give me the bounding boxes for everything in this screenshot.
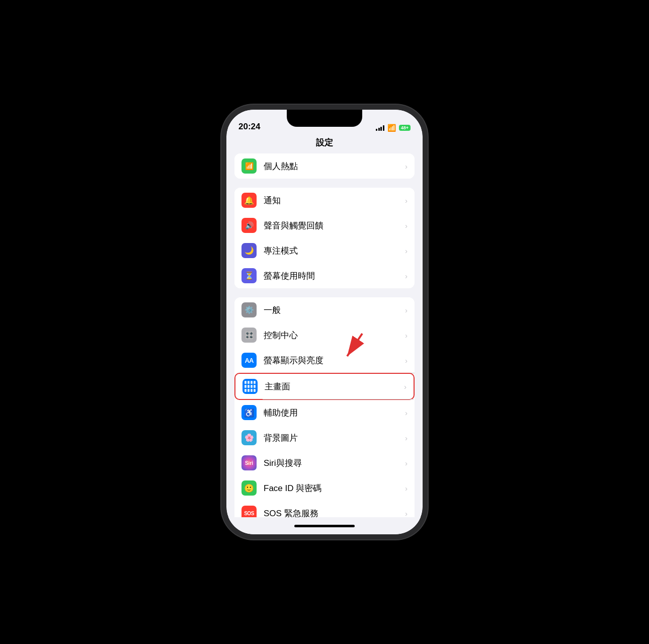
battery-indicator: 48+ [399,125,411,131]
accessibility-label: 輔助使用 [264,407,402,419]
status-icons: 📶 48+ [376,124,411,132]
chevron-icon: › [405,509,408,518]
chevron-icon: › [405,356,408,365]
phone-screen: 20:24 📶 48+ 設定 [226,110,423,534]
section-general: ⚙️ 一般 › 🎛️ 控制中心 › [226,297,423,517]
section-personal-hotspot: 📶 個人熱點 › [226,153,423,179]
sos-icon: SOS [241,506,257,517]
sounds-label: 聲音與觸覺回饋 [264,220,402,231]
notch [287,110,362,127]
siri-label: Siri與搜尋 [264,457,402,469]
general-icon: ⚙️ [241,302,257,317]
chevron-icon: › [405,196,408,205]
focus-label: 專注模式 [264,245,402,257]
chevron-icon: › [405,272,408,280]
settings-scroll[interactable]: 📶 個人熱點 › 🔔 通知 › [226,153,423,517]
chevron-icon: › [405,484,408,493]
sos-label: SOS 緊急服務 [264,508,402,518]
row-home-screen[interactable]: 主畫面 › [234,373,415,400]
row-siri[interactable]: Siri Siri與搜尋 › [234,450,415,475]
wifi-icon: 📶 [387,124,396,132]
focus-icon: 🌙 [241,243,257,258]
general-label: 一般 [264,304,402,316]
face-id-icon: 🙂 [241,480,257,496]
row-control-center[interactable]: 🎛️ 控制中心 › [234,323,415,348]
home-screen-label: 主畫面 [265,381,401,392]
screen-time-icon: ⏳ [241,268,257,283]
row-notifications[interactable]: 🔔 通知 › [234,188,415,213]
chevron-icon: › [405,306,408,314]
row-wallpaper[interactable]: 🌸 背景圖片 › [234,425,415,450]
row-screen-time[interactable]: ⏳ 螢幕使用時間 › [234,263,415,288]
display-icon: AA [241,353,257,368]
signal-icon [376,125,384,131]
wallpaper-label: 背景圖片 [264,432,402,444]
row-accessibility[interactable]: ♿ 輔助使用 › [234,400,415,425]
wallpaper-icon: 🌸 [241,430,257,445]
nav-bar: 設定 [226,135,423,153]
row-focus[interactable]: 🌙 專注模式 › [234,238,415,263]
row-personal-hotspot[interactable]: 📶 個人熱點 › [234,153,415,179]
home-indicator[interactable] [226,517,423,534]
row-sos[interactable]: SOS SOS 緊急服務 › [234,501,415,517]
row-display[interactable]: AA 螢幕顯示與亮度 › [234,348,415,373]
personal-hotspot-label: 個人熱點 [264,160,402,172]
chevron-icon: › [405,459,408,467]
chevron-icon: › [405,434,408,442]
screen-time-label: 螢幕使用時間 [264,270,402,282]
chevron-icon: › [404,382,407,391]
row-sounds[interactable]: 🔊 聲音與觸覺回饋 › [234,213,415,238]
section-notifications: 🔔 通知 › 🔊 聲音與觸覺回饋 › [226,188,423,288]
settings-list-notifications: 🔔 通知 › 🔊 聲音與觸覺回饋 › [234,188,415,288]
chevron-icon: › [405,247,408,255]
display-label: 螢幕顯示與亮度 [264,355,402,366]
face-id-label: Face ID 與密碼 [264,482,402,494]
status-time: 20:24 [238,122,260,132]
accessibility-icon: ♿ [241,405,257,420]
row-face-id[interactable]: 🙂 Face ID 與密碼 › [234,475,415,501]
sounds-icon: 🔊 [241,218,257,233]
row-general[interactable]: ⚙️ 一般 › [234,297,415,323]
personal-hotspot-icon: 📶 [241,158,257,174]
home-bar [294,525,355,527]
chevron-icon: › [405,331,408,340]
home-screen-icon [242,379,258,394]
chevron-icon: › [405,409,408,417]
nav-title: 設定 [316,138,333,147]
settings-list-general: ⚙️ 一般 › 🎛️ 控制中心 › [234,297,415,517]
chevron-icon: › [405,162,408,171]
siri-icon: Siri [241,455,257,470]
control-center-label: 控制中心 [264,330,402,341]
phone-frame: 20:24 📶 48+ 設定 [226,110,423,534]
chevron-icon: › [405,221,408,230]
notifications-icon: 🔔 [241,193,257,208]
notifications-label: 通知 [264,195,402,206]
settings-list-top: 📶 個人熱點 › [234,153,415,179]
control-center-icon: 🎛️ [241,328,257,343]
